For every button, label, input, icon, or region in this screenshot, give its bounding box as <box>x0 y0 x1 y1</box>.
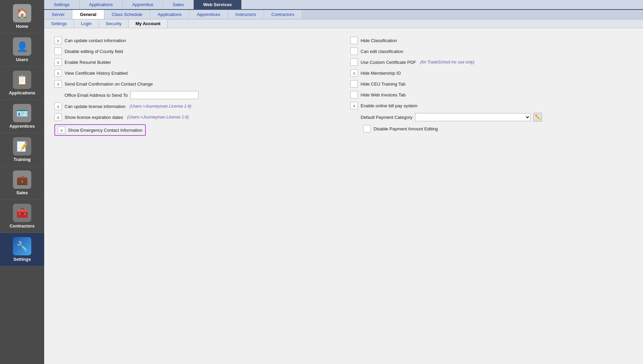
tab-class-schedule[interactable]: Class Schedule <box>104 10 150 19</box>
third-nav: Settings Login Security My Account <box>44 19 643 28</box>
subtab-my-account[interactable]: My Account <box>129 19 168 28</box>
select-payment-category[interactable] <box>415 113 531 121</box>
label-resume-builder: Enable Resumé Builder <box>65 60 111 65</box>
checkbox-email-confirm[interactable]: x <box>54 80 62 88</box>
sidebar-item-sales[interactable]: 💼 Sales <box>0 166 44 200</box>
input-office-email[interactable] <box>131 91 198 99</box>
tab-apprentices[interactable]: Apprentices <box>189 10 228 19</box>
option-license-exp: x Show license expiration dates (Users->… <box>54 112 337 123</box>
label-emergency-contact: Show Emergency Contact Information <box>68 128 142 133</box>
subtab-settings[interactable]: Settings <box>44 19 74 28</box>
right-column: Hide Classification Can edit classificat… <box>350 35 633 138</box>
label-license-info: Can update license information <box>65 104 125 109</box>
label-can-edit-classification: Can edit classification <box>361 49 403 54</box>
label-disable-payment-amount: Disable Payment Amount Editing <box>373 126 438 131</box>
sidebar-item-training[interactable]: 📝 Training <box>0 133 44 166</box>
label-email-confirm: Send Email Confirmation on Contact Chang… <box>65 81 153 87</box>
checkbox-hide-classification[interactable] <box>350 37 358 44</box>
edit-payment-category-button[interactable]: ✏️ <box>533 113 542 122</box>
subtab-login[interactable]: Login <box>74 19 99 28</box>
sales-icon: 💼 <box>13 170 31 189</box>
option-hide-web-invoices: Hide Web Invoices Tab <box>350 89 633 100</box>
tab-settings[interactable]: Settings <box>44 0 80 9</box>
settings-icon: 🔧 <box>13 237 31 255</box>
option-disable-county: Disable editing of County field <box>54 46 337 57</box>
main-content: Settings Applications Apprentice Sales W… <box>44 0 643 364</box>
apprentices-icon: 🪪 <box>13 104 31 122</box>
tab-sales[interactable]: Sales <box>163 0 194 9</box>
label-cert-history: View Certificate History Enabled <box>65 71 127 76</box>
label-hide-ceu: Hide CEU Training Tab <box>361 81 405 87</box>
sidebar-item-home[interactable]: 🏠 Home <box>0 0 44 33</box>
option-payment-category: Default Payment Category ✏️ <box>350 111 633 123</box>
tab-web-services[interactable]: Web Services <box>194 0 242 9</box>
checkbox-can-edit-classification[interactable] <box>350 48 358 55</box>
note-custom-cert-pdf: (for TradeSchool Inc use only) <box>420 60 474 65</box>
sidebar-item-label: Contractors <box>10 223 35 229</box>
tab-apprentice[interactable]: Apprentice <box>123 0 163 9</box>
sidebar-item-label: Training <box>14 157 31 162</box>
tab-general[interactable]: General <box>72 10 104 19</box>
option-hide-ceu: Hide CEU Training Tab <box>350 78 633 89</box>
checkbox-hide-web-invoices[interactable] <box>350 91 358 98</box>
label-office-email: Office Email Address to Send To <box>65 93 128 98</box>
checkbox-cert-history[interactable]: x <box>54 69 62 77</box>
options-grid: x Can update contact information Disable… <box>54 35 633 138</box>
checkbox-license-info[interactable]: x <box>54 103 62 110</box>
tab-applications[interactable]: Applications <box>80 0 123 9</box>
checkbox-hide-membership[interactable]: x <box>350 69 358 77</box>
left-column: x Can update contact information Disable… <box>54 35 337 138</box>
sidebar-item-label: Users <box>16 57 28 62</box>
tab-applications[interactable]: Applications <box>150 10 189 19</box>
sidebar-item-label: Settings <box>13 257 31 262</box>
checkbox-online-bill-pay[interactable]: x <box>350 102 358 109</box>
checkbox-hide-ceu[interactable] <box>350 80 358 88</box>
note-license-exp: (Users->Journeyman License 1-9) <box>127 115 189 120</box>
option-cert-history: x View Certificate History Enabled <box>54 68 337 78</box>
sidebar-item-contractors[interactable]: 🧰 Contractors <box>0 200 44 233</box>
option-custom-cert-pdf: Use Custom Certificate PDF (for TradeSch… <box>350 57 633 68</box>
sidebar-item-apprentices[interactable]: 🪪 Apprentices <box>0 100 44 133</box>
subtab-security[interactable]: Security <box>99 19 129 28</box>
sidebar-item-label: Applications <box>9 90 35 95</box>
tab-instructors[interactable]: Instructors <box>228 10 264 19</box>
emergency-contact-highlighted: x Show Emergency Contact Information <box>54 124 146 136</box>
sidebar-item-settings[interactable]: 🔧 Settings <box>0 233 44 266</box>
option-hide-classification: Hide Classification <box>350 35 633 46</box>
label-hide-membership: Hide Membership ID <box>361 71 401 76</box>
tab-server[interactable]: Server <box>44 10 72 19</box>
label-license-exp: Show license expiration dates <box>65 115 123 120</box>
checkbox-resume-builder[interactable]: x <box>54 58 62 66</box>
sidebar-item-label: Apprentices <box>9 124 35 129</box>
option-office-email: Office Email Address to Send To <box>54 89 337 101</box>
checkbox-disable-payment-amount[interactable] <box>363 125 371 132</box>
home-icon: 🏠 <box>13 4 31 22</box>
applications-icon: 📋 <box>13 71 31 89</box>
sidebar: 🏠 Home 👤 Users 📋 Applications 🪪 Apprenti… <box>0 0 44 364</box>
option-update-contact: x Can update contact information <box>54 35 337 46</box>
option-hide-membership: x Hide Membership ID <box>350 68 633 78</box>
sidebar-item-label: Sales <box>16 190 28 195</box>
contractors-icon: 🧰 <box>13 204 31 222</box>
sidebar-item-users[interactable]: 👤 Users <box>0 33 44 67</box>
option-resume-builder: x Enable Resumé Builder <box>54 57 337 68</box>
label-disable-county: Disable editing of County field <box>65 49 123 54</box>
label-hide-classification: Hide Classification <box>361 38 397 43</box>
tab-contractors[interactable]: Contractors <box>264 10 302 19</box>
option-license-info: x Can update license information (Users-… <box>54 101 337 112</box>
checkbox-disable-county[interactable] <box>54 48 62 55</box>
option-emergency-contact: x Show Emergency Contact Information <box>54 123 337 138</box>
checkbox-license-exp[interactable]: x <box>54 113 62 121</box>
option-can-edit-classification: Can edit classification <box>350 46 633 57</box>
label-online-bill-pay: Enable online bill pay system <box>361 103 418 108</box>
label-custom-cert-pdf: Use Custom Certificate PDF <box>361 60 416 65</box>
label-update-contact: Can update contact information <box>65 38 126 43</box>
sidebar-item-label: Home <box>16 24 28 29</box>
option-online-bill-pay: x Enable online bill pay system <box>350 100 633 111</box>
content-area: x Can update contact information Disable… <box>44 28 643 364</box>
checkbox-emergency-contact[interactable]: x <box>58 126 65 134</box>
sidebar-item-applications[interactable]: 📋 Applications <box>0 67 44 100</box>
label-payment-category: Default Payment Category <box>361 115 412 120</box>
checkbox-custom-cert-pdf[interactable] <box>350 58 358 66</box>
checkbox-update-contact[interactable]: x <box>54 37 62 44</box>
